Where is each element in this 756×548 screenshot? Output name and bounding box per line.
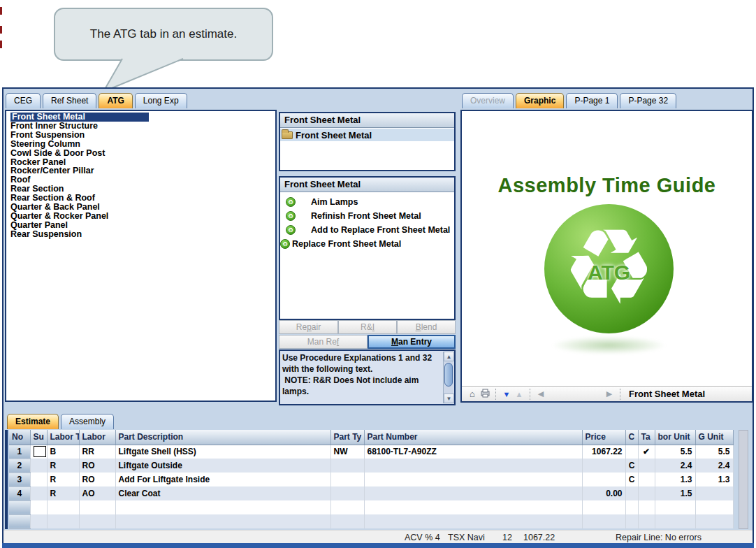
grid-scrollbar[interactable] (739, 430, 748, 529)
tab-assembly[interactable]: Assembly (61, 414, 114, 429)
col-g-unit: G Unit (695, 430, 733, 445)
note-text: Use Procedure Explanations 1 and 32 with… (282, 352, 442, 403)
home-icon[interactable]: ⌂ (466, 389, 479, 399)
status-total: 1067.22 (523, 533, 555, 542)
col-price: Price (582, 430, 625, 445)
down-arrow-icon[interactable]: ▼ (500, 390, 513, 398)
tab-graphic[interactable]: Graphic (516, 93, 564, 108)
group-item[interactable]: Quarter Panel (10, 221, 275, 230)
callout-text: The ATG tab in an estimate. (90, 27, 237, 41)
col-no: No (9, 430, 30, 445)
group-list-panel: Front Sheet Metal Front Inner Structure … (5, 110, 277, 402)
atg-logo-text: ATG (544, 261, 674, 284)
operation-item[interactable]: ♻ Replace Front Sheet Metal (280, 238, 454, 250)
man-ref-button[interactable]: Man Ref (279, 335, 368, 349)
ri-button[interactable]: R&I (338, 320, 397, 334)
man-entry-button[interactable]: Man Entry (368, 335, 456, 349)
operation-item[interactable]: ♻ Add to Replace Front Sheet Metal (280, 224, 454, 236)
group-list: Front Sheet Metal Front Inner Structure … (6, 111, 275, 239)
tab-ref-sheet[interactable]: Ref Sheet (43, 93, 96, 108)
screenshot-root: The ATG tab in an estimate. CEG Ref Shee… (0, 0, 756, 548)
blend-button[interactable]: Blend (397, 320, 456, 334)
group-item[interactable]: Rear Suspension (10, 230, 275, 239)
tab-ceg[interactable]: CEG (6, 93, 41, 108)
toolbar-separator (530, 389, 530, 400)
estimate-tabbar: Estimate Assembly (7, 412, 116, 429)
grid-left-strip (5, 430, 8, 529)
col-labor: Labor (79, 430, 115, 445)
tab-atg[interactable]: ATG (99, 93, 132, 108)
tab-p-page-1[interactable]: P-Page 1 (566, 93, 618, 108)
assembly-time-guide-title: Assembly Time Guide (462, 174, 752, 197)
logo-reflection (551, 336, 667, 354)
group-item[interactable]: Steering Column (10, 140, 275, 149)
col-su: Su (30, 430, 47, 445)
tab-p-page-32[interactable]: P-Page 32 (620, 93, 676, 108)
tab-overview[interactable]: Overview (462, 93, 514, 108)
status-line-count: 12 (502, 533, 512, 542)
folder-item[interactable]: Front Sheet Metal (280, 129, 454, 141)
col-labor-unit: bor Unit (655, 430, 695, 445)
tab-estimate[interactable]: Estimate (7, 414, 59, 429)
col-part-type: Part Ty (330, 430, 364, 445)
estimate-row[interactable]: 1 B RR Liftgate Shell (HSS) NW 68100-TL7… (9, 445, 733, 459)
folder-item-label: Front Sheet Metal (296, 130, 372, 140)
window-bottom-strip (2, 543, 754, 548)
atg-logo: ♻ ATG (544, 204, 674, 333)
toolbar-separator (620, 389, 620, 400)
group-item[interactable]: Front Inner Structure (10, 122, 275, 131)
ops-buttons-row2: Man Ref Man Entry (279, 335, 456, 349)
group-item[interactable]: Front Suspension (10, 131, 275, 140)
group-item-selected[interactable]: Front Sheet Metal (10, 113, 275, 122)
prev-arrow-icon[interactable]: ◀ (535, 389, 547, 398)
operations-panel: Front Sheet Metal ♻ Aim Lamps ♻ Refinish… (279, 176, 456, 320)
next-arrow-icon[interactable]: ▶ (603, 389, 616, 398)
status-profile: TSX Navi (448, 533, 485, 542)
folder-icon (282, 131, 293, 139)
repair-button[interactable]: Repair (279, 320, 338, 334)
folder-panel: Front Sheet Metal Front Sheet Metal (279, 112, 456, 171)
group-item[interactable]: Quarter & Rocker Panel (10, 212, 275, 221)
edge-mark (0, 41, 2, 48)
app-window: CEG Ref Sheet ATG Long Exp Front Sheet M… (2, 87, 754, 543)
atg-tabbar: CEG Ref Sheet ATG Long Exp (6, 92, 189, 108)
tax-check-mark: ✔ (638, 445, 655, 459)
recycle-icon: ♻ (286, 197, 296, 207)
operation-item[interactable]: ♻ Refinish Front Sheet Metal (280, 210, 454, 222)
estimate-grid: No Su Labor T. Labor Part Description Pa… (5, 430, 751, 529)
folder-panel-header: Front Sheet Metal (280, 113, 454, 128)
grid-header-row: No Su Labor T. Labor Part Description Pa… (9, 430, 733, 445)
estimate-row[interactable] (9, 500, 733, 514)
scroll-down-icon[interactable]: ▼ (444, 394, 454, 403)
operation-item[interactable]: ♻ Aim Lamps (280, 196, 454, 208)
scroll-up-icon[interactable]: ▲ (444, 352, 454, 361)
col-part-description: Part Description (115, 430, 330, 445)
col-tax: Ta (638, 430, 655, 445)
operations-panel-header: Front Sheet Metal (280, 178, 454, 192)
group-item[interactable]: Cowl Side & Door Post (10, 149, 275, 158)
note-scrollbar[interactable]: ▲ ▼ (443, 352, 453, 403)
scrollbar-thumb[interactable] (444, 363, 453, 387)
supplement-cell[interactable] (30, 445, 47, 459)
ops-buttons-row1: Repair R&I Blend (279, 320, 456, 334)
recycle-icon: ♻ (286, 211, 296, 221)
toolbar-separator (495, 389, 496, 400)
recycle-icon: ♻ (280, 239, 290, 249)
graphic-tabbar: Overview Graphic P-Page 1 P-Page 32 (462, 92, 678, 108)
printer-icon[interactable] (479, 389, 491, 400)
graphic-panel: Assembly Time Guide ♻ ATG ⌂ ▼ ▲ ◀ ▶ (460, 110, 753, 403)
recycle-icon: ♻ (286, 225, 296, 235)
group-item[interactable]: Rocker/Center Pillar (10, 166, 275, 175)
graphic-toolbar: ⌂ ▼ ▲ ◀ ▶ Front Sheet Metal (462, 386, 752, 401)
tab-long-exp[interactable]: Long Exp (135, 93, 187, 108)
estimate-row[interactable]: 3 R RO Add For Liftgate Inside C 1.3 1.3 (9, 473, 733, 486)
graphic-caption: Front Sheet Metal (629, 389, 705, 399)
estimate-row[interactable]: 2 R RO Liftgate Outside C 2.4 2.4 (9, 459, 733, 473)
selected-cell-box[interactable] (34, 446, 46, 457)
estimate-row[interactable]: 4 R AO Clear Coat 0.00 1.5 (9, 486, 733, 500)
status-repair-line: Repair Line: No errors (616, 533, 702, 542)
estimate-row[interactable] (9, 514, 733, 528)
col-c: C (625, 430, 638, 445)
callout-bubble: The ATG tab in an estimate. (54, 8, 273, 61)
up-arrow-icon[interactable]: ▲ (513, 390, 525, 398)
